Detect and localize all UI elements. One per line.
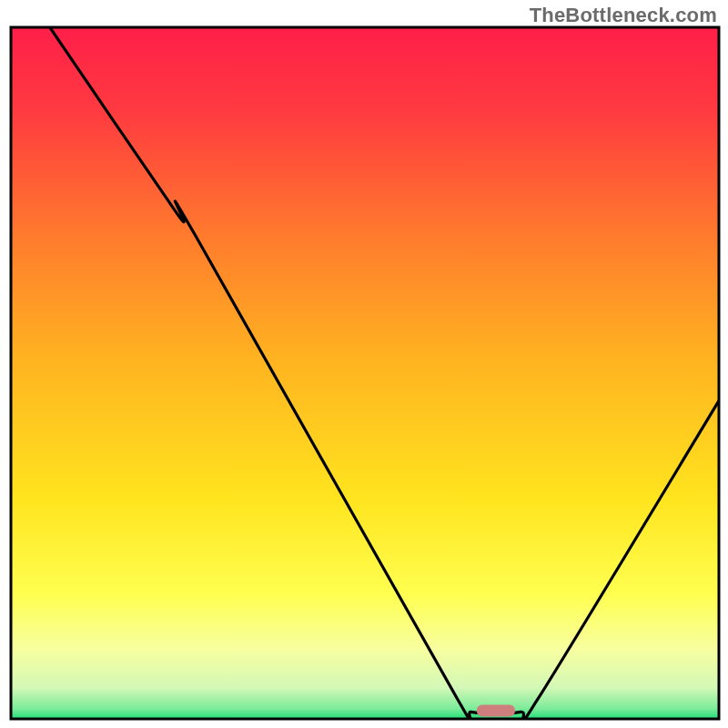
gradient-body xyxy=(11,27,719,719)
chart-stage: TheBottleneck.com xyxy=(0,0,728,728)
trough-marker xyxy=(477,704,515,716)
chart-svg xyxy=(0,0,728,728)
